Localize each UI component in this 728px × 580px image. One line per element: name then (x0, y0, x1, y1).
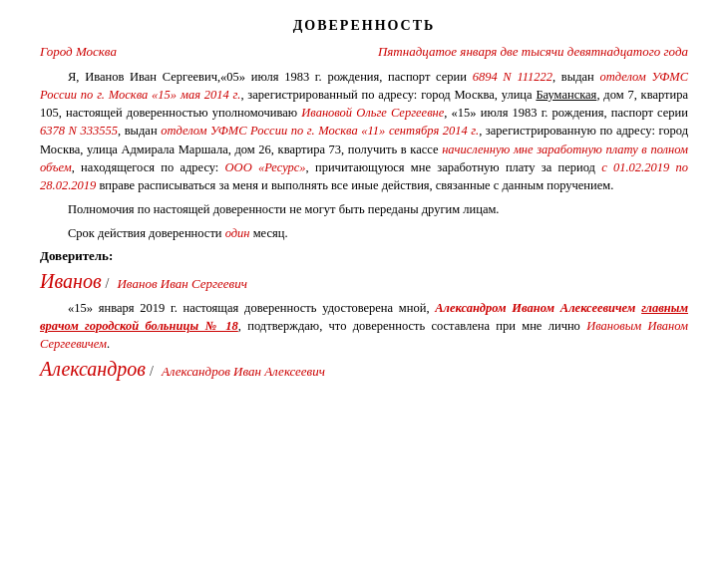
paragraph2-section: Полномочия по настоящей доверенности не … (40, 200, 688, 218)
signature2-section: Александров / Александров Иван Алексееви… (40, 358, 688, 381)
notary-paragraph: «15» января 2019 г. настоящая довереннос… (40, 299, 688, 353)
signature1-section: Иванов / Иванов Иван Сергеевич (40, 270, 688, 293)
city-label: Город Москва (40, 44, 117, 60)
signature1-cursive: Иванов (40, 270, 102, 293)
signature2-slash: / (150, 364, 154, 380)
signature1-line: Иванов / Иванов Иван Сергеевич (40, 270, 688, 293)
notary-section: «15» января 2019 г. настоящая довереннос… (40, 299, 688, 353)
signature2-full: Александров Иван Алексеевич (162, 364, 325, 380)
paragraph3: Срок действия доверенности один месяц. (40, 224, 688, 242)
signature1-full: Иванов Иван Сергеевич (117, 276, 246, 292)
paragraph2: Полномочия по настоящей доверенности не … (40, 200, 688, 218)
document-page: ДОВЕРЕННОСТЬ Город Москва Пятнадцатое ян… (0, 0, 728, 580)
signature1-slash: / (106, 276, 110, 292)
signature2-cursive: Александров (40, 358, 146, 381)
signature2-line: Александров / Александров Иван Алексееви… (40, 358, 688, 381)
paragraph3-section: Срок действия доверенности один месяц. (40, 224, 688, 242)
trustor-label: Доверитель: (40, 248, 113, 263)
document-title: ДОВЕРЕННОСТЬ (40, 18, 688, 34)
paragraph1: Я, Иванов Иван Сергеевич,«05» июля 1983 … (40, 68, 688, 194)
main-paragraph: Я, Иванов Иван Сергеевич,«05» июля 1983 … (40, 68, 688, 194)
document-header: Город Москва Пятнадцатое января две тыся… (40, 44, 688, 60)
trustor-section: Доверитель: (40, 248, 688, 264)
date-label: Пятнадцатое января две тысячи девятнадца… (378, 44, 688, 60)
